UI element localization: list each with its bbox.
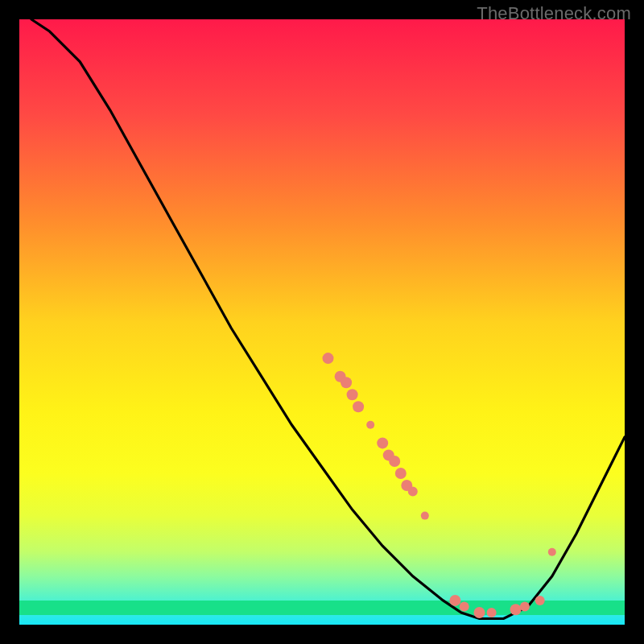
data-point bbox=[510, 604, 522, 615]
data-point bbox=[474, 607, 485, 618]
chart-container: TheBottleneck.com bbox=[0, 0, 644, 644]
data-point bbox=[353, 401, 364, 412]
data-point bbox=[487, 608, 497, 617]
data-point bbox=[347, 389, 358, 400]
data-point bbox=[548, 548, 556, 556]
data-point bbox=[421, 512, 429, 520]
data-point bbox=[535, 596, 545, 605]
data-point bbox=[341, 377, 352, 388]
baseline-strip bbox=[19, 601, 625, 615]
data-point bbox=[389, 456, 400, 467]
data-point bbox=[520, 601, 530, 611]
data-point bbox=[449, 595, 460, 606]
data-point bbox=[323, 353, 334, 364]
data-point bbox=[395, 468, 407, 479]
data-point bbox=[460, 601, 469, 611]
data-point bbox=[408, 487, 418, 497]
data-point bbox=[377, 437, 388, 448]
watermark-text: TheBottleneck.com bbox=[477, 3, 631, 24]
data-point bbox=[366, 421, 374, 429]
bottleneck-chart bbox=[0, 0, 644, 644]
